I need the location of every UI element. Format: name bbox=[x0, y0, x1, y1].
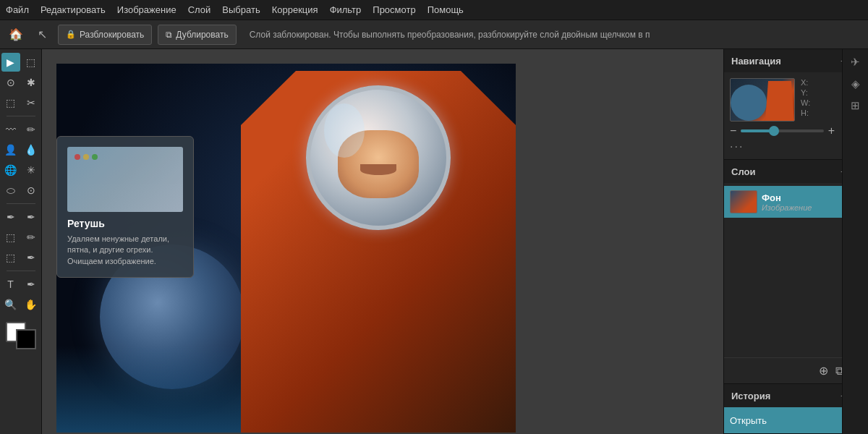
ellipse-tool[interactable]: ⬭ bbox=[1, 181, 20, 200]
menu-image[interactable]: Изображение bbox=[117, 4, 176, 15]
duplicate-icon: ⧉ bbox=[166, 30, 172, 40]
zoom-out-button[interactable]: − bbox=[730, 124, 736, 137]
helmet bbox=[306, 85, 451, 230]
zoom-slider[interactable] bbox=[741, 129, 823, 132]
clone-tool[interactable]: 👤 bbox=[1, 140, 20, 159]
menu-help[interactable]: Помощь bbox=[427, 4, 464, 15]
tooltip-text: Удаляем ненужные детали, пятна, и другие… bbox=[67, 234, 183, 267]
y-label: Y: bbox=[801, 88, 808, 97]
menu-correction[interactable]: Коррекция bbox=[272, 4, 318, 15]
nav-thumbnail bbox=[730, 78, 795, 122]
color-swatch-area bbox=[0, 320, 42, 364]
marquee-tool[interactable]: ⬚ bbox=[22, 53, 41, 72]
x-label: X: bbox=[801, 78, 808, 87]
close-dot bbox=[75, 154, 80, 160]
layer-info: Фон Изображение bbox=[762, 192, 846, 212]
tool-divider-3 bbox=[7, 271, 35, 271]
layer-thumbnail bbox=[730, 190, 757, 213]
zoom-thumb bbox=[769, 126, 779, 136]
duplicate-button[interactable]: ⧉ Дублировать bbox=[158, 25, 236, 45]
paint-tool[interactable]: ✏ bbox=[22, 228, 41, 247]
history-title: История bbox=[731, 391, 770, 401]
menu-layer[interactable]: Слой bbox=[188, 4, 211, 15]
canvas-area[interactable]: ✦ ✦ bbox=[42, 49, 723, 434]
send-icon-btn[interactable]: ✈ bbox=[846, 52, 866, 72]
gradient-tool[interactable]: ✒ bbox=[22, 248, 41, 267]
scissors-tool[interactable]: ✂ bbox=[22, 93, 41, 112]
path-tool[interactable]: 🌐 bbox=[1, 161, 20, 179]
minimize-dot bbox=[83, 154, 89, 160]
brush-tool[interactable]: ✏ bbox=[22, 120, 41, 139]
cursor-button[interactable]: ↖ bbox=[32, 25, 52, 45]
layer-name: Фон bbox=[762, 192, 846, 203]
shape-tool[interactable]: ⬚ bbox=[1, 248, 20, 267]
type-tool[interactable]: ✒ bbox=[22, 275, 41, 294]
menu-view[interactable]: Просмотр bbox=[373, 4, 415, 15]
pen-tool[interactable]: ✒ bbox=[1, 208, 20, 226]
left-panel: ▶ ⬚ ⊙ ✱ ⬚ ✂ 〰 ✏ 👤 💧 🌐 ✳ ⬭ ⊙ ✒ bbox=[0, 49, 42, 434]
fill-tool[interactable]: 💧 bbox=[22, 140, 41, 159]
menu-filter[interactable]: Фильтр bbox=[330, 4, 362, 15]
tooltip-title: Ретушь bbox=[67, 218, 183, 229]
visor-reflection bbox=[324, 103, 365, 158]
navigation-title: Навигация bbox=[731, 56, 781, 67]
window-controls bbox=[75, 154, 98, 160]
lock-icon: 🔒 bbox=[66, 30, 76, 39]
unlock-button[interactable]: 🔒 Разблокировать bbox=[58, 25, 152, 45]
tooltip-thumbnail bbox=[67, 147, 183, 212]
h-label: H: bbox=[801, 109, 809, 117]
main-area: ▶ ⬚ ⊙ ✱ ⬚ ✂ 〰 ✏ 👤 💧 🌐 ✳ ⬭ ⊙ ✒ bbox=[0, 49, 868, 434]
canvas-content: ✦ ✦ bbox=[56, 64, 723, 434]
home-button[interactable]: 🏠 bbox=[6, 25, 26, 45]
select-tool[interactable]: ▶ bbox=[1, 53, 20, 72]
toolbar-top: 🏠 ↖ 🔒 Разблокировать ⧉ Дублировать Слой … bbox=[0, 20, 868, 49]
star-tool[interactable]: ✳ bbox=[22, 161, 41, 179]
zoom-tool[interactable]: 🔍 bbox=[1, 295, 20, 314]
text-tool[interactable]: T bbox=[1, 275, 20, 294]
lasso-tool[interactable]: ⊙ bbox=[1, 73, 20, 92]
info-bar: Слой заблокирован. Чтобы выполнять преоб… bbox=[242, 30, 862, 40]
menubar: Файл Редактировать Изображение Слой Выбр… bbox=[0, 0, 868, 20]
menu-file[interactable]: Файл bbox=[6, 4, 29, 15]
circle-tool[interactable]: ⊙ bbox=[22, 181, 41, 200]
magic-wand-tool[interactable]: ✱ bbox=[22, 73, 41, 92]
history-label: Открыть bbox=[730, 415, 849, 426]
layers-title: Слои bbox=[731, 166, 755, 177]
layer-thumb-inner bbox=[731, 191, 757, 213]
smile bbox=[360, 164, 396, 174]
hand-tool[interactable]: ✋ bbox=[22, 295, 41, 314]
nav-thumb-earth bbox=[731, 85, 767, 121]
add-layer-button[interactable]: ⊕ bbox=[819, 364, 828, 378]
nav-thumb-astronaut bbox=[765, 81, 794, 121]
astronaut bbox=[241, 71, 516, 433]
tool-divider-2 bbox=[7, 203, 35, 204]
menu-select[interactable]: Выбрать bbox=[222, 4, 260, 15]
crop-tool[interactable]: ⬚ bbox=[1, 93, 20, 112]
w-label: W: bbox=[801, 98, 810, 107]
layer-type: Изображение bbox=[762, 203, 846, 212]
maximize-dot bbox=[92, 154, 98, 160]
right-icons-bar: ✈ ◈ ⊞ bbox=[842, 49, 868, 434]
pencil-tool[interactable]: ✒ bbox=[22, 208, 41, 226]
zoom-in-button[interactable]: + bbox=[828, 124, 835, 137]
menu-edit[interactable]: Редактировать bbox=[41, 4, 106, 15]
heal-tool[interactable]: 〰 bbox=[1, 120, 20, 139]
layers-icon-btn[interactable]: ◈ bbox=[846, 74, 866, 94]
grid-icon-btn[interactable]: ⊞ bbox=[846, 95, 866, 116]
tool-divider-1 bbox=[7, 116, 35, 116]
eraser-tool[interactable]: ⬚ bbox=[1, 228, 20, 247]
tooltip-popup: Ретушь Удаляем ненужные детали, пятна, и… bbox=[56, 136, 194, 278]
background-color[interactable] bbox=[16, 329, 36, 349]
